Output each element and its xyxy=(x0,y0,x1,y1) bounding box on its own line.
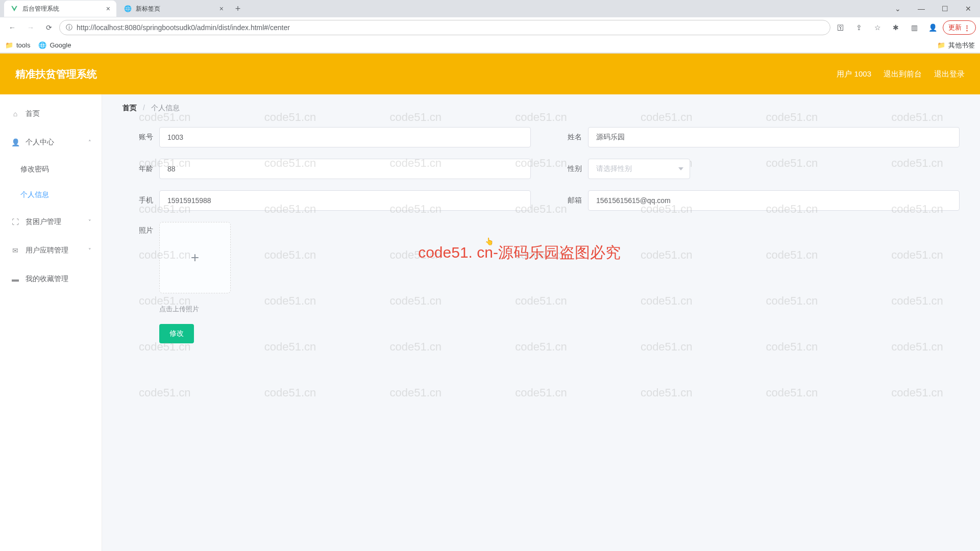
bookmark-google[interactable]: 🌐Google xyxy=(38,41,71,49)
maximize-icon[interactable]: ☐ xyxy=(933,0,957,17)
sidebar-item-profile[interactable]: 个人信息 xyxy=(0,182,102,208)
email-input[interactable] xyxy=(588,190,960,211)
sidebar: ⌂ 首页 👤 个人中心 ˄ 修改密码 个人信息 ⛶ 贫困户管理 ˅ ✉ 用户应聘… xyxy=(0,94,102,551)
key-icon[interactable]: ⚿ xyxy=(832,19,849,36)
vue-icon xyxy=(10,5,18,13)
header-exit-front[interactable]: 退出到前台 xyxy=(884,69,922,79)
close-icon[interactable]: ✕ xyxy=(957,0,980,17)
bookmark-bar: 📁tools 🌐Google 📁其他书签 xyxy=(0,38,980,53)
app-title: 精准扶贫管理系统 xyxy=(15,67,97,81)
tab-bar: 后台管理系统 × 🌐 新标签页 × + ⌄ — ☐ ✕ xyxy=(0,0,980,17)
gender-label: 性别 xyxy=(551,164,582,173)
header-user[interactable]: 用户 1003 xyxy=(837,69,871,79)
account-label: 账号 xyxy=(122,133,153,142)
minimize-icon[interactable]: — xyxy=(910,0,933,17)
bookmark-other[interactable]: 📁其他书签 xyxy=(937,41,975,50)
profile-icon[interactable]: 👤 xyxy=(924,19,941,36)
tab-close-icon[interactable]: × xyxy=(106,5,110,13)
sidebar-item-change-pwd[interactable]: 修改密码 xyxy=(0,157,102,182)
bookmark-icon: ▬ xyxy=(10,275,20,283)
reload-button[interactable]: ⟳ xyxy=(41,19,57,36)
window-controls: ⌄ — ☐ ✕ xyxy=(886,0,980,17)
star-icon[interactable]: ☆ xyxy=(869,19,886,36)
mail-icon: ✉ xyxy=(10,246,20,255)
breadcrumb-current: 个人信息 xyxy=(151,104,180,112)
tab-title: 新标签页 xyxy=(136,5,160,13)
account-input[interactable] xyxy=(159,127,531,147)
age-input[interactable] xyxy=(159,159,531,179)
photo-upload[interactable]: + xyxy=(159,222,231,293)
browser-tab-inactive[interactable]: 🌐 新标签页 × xyxy=(117,1,230,17)
url-input[interactable]: ⓘ http://localhost:8080/springbootsudk0/… xyxy=(59,20,830,35)
globe-icon: 🌐 xyxy=(38,41,46,49)
profile-form: 账号 姓名 年龄 性别 请选择性别 xyxy=(102,122,980,348)
sidebar-item-personal[interactable]: 👤 个人中心 ˄ xyxy=(0,128,102,157)
globe-icon: 🌐 xyxy=(124,5,132,13)
share-icon[interactable]: ⇪ xyxy=(851,19,867,36)
folder-icon: 📁 xyxy=(937,41,945,49)
name-input[interactable] xyxy=(588,127,960,147)
chevron-down-icon: ˅ xyxy=(88,219,91,226)
gender-select[interactable]: 请选择性别 xyxy=(588,159,690,179)
forward-button[interactable]: → xyxy=(22,19,39,36)
main-content: code51.cncode51.cncode51.cncode51.cncode… xyxy=(102,94,980,551)
back-button[interactable]: ← xyxy=(4,19,20,36)
update-button[interactable]: 更新⋮ xyxy=(943,20,976,35)
tab-title: 后台管理系统 xyxy=(22,5,59,13)
browser-tab-active[interactable]: 后台管理系统 × xyxy=(4,1,116,17)
age-label: 年龄 xyxy=(122,164,153,173)
info-icon: ⓘ xyxy=(66,23,72,32)
expand-icon: ⛶ xyxy=(10,218,20,226)
breadcrumb: 首页 / 个人信息 xyxy=(102,94,980,122)
name-label: 姓名 xyxy=(551,133,582,142)
submit-button[interactable]: 修改 xyxy=(159,324,194,343)
email-label: 邮箱 xyxy=(551,196,582,205)
address-bar: ← → ⟳ ⓘ http://localhost:8080/springboot… xyxy=(0,17,980,38)
bookmark-tools[interactable]: 📁tools xyxy=(5,41,30,49)
photo-label: 照片 xyxy=(122,226,153,235)
browser-chrome: 后台管理系统 × 🌐 新标签页 × + ⌄ — ☐ ✕ ← → ⟳ ⓘ http… xyxy=(0,0,980,54)
extensions-icon[interactable]: ✱ xyxy=(888,19,904,36)
app-header: 精准扶贫管理系统 用户 1003 退出到前台 退出登录 xyxy=(0,54,980,94)
plus-icon: + xyxy=(191,249,199,266)
header-logout[interactable]: 退出登录 xyxy=(934,69,965,79)
chevron-up-icon: ˄ xyxy=(88,139,91,146)
phone-input[interactable] xyxy=(159,190,531,211)
folder-icon: 📁 xyxy=(5,41,13,49)
menu-dots-icon: ⋮ xyxy=(964,24,970,32)
panel-icon[interactable]: ▥ xyxy=(906,19,922,36)
dropdown-icon[interactable]: ⌄ xyxy=(886,0,910,17)
sidebar-item-fav-mgmt[interactable]: ▬ 我的收藏管理 xyxy=(0,265,102,293)
breadcrumb-home[interactable]: 首页 xyxy=(122,104,137,112)
tab-close-icon[interactable]: × xyxy=(219,5,224,13)
sidebar-item-home[interactable]: ⌂ 首页 xyxy=(0,99,102,128)
phone-label: 手机 xyxy=(122,196,153,205)
new-tab-button[interactable]: + xyxy=(231,2,245,16)
sidebar-item-poor-mgmt[interactable]: ⛶ 贫困户管理 ˅ xyxy=(0,208,102,236)
user-icon: 👤 xyxy=(10,138,20,146)
url-text: http://localhost:8080/springbootsudk0/ad… xyxy=(77,23,290,32)
sidebar-item-apply-mgmt[interactable]: ✉ 用户应聘管理 ˅ xyxy=(0,236,102,265)
home-icon: ⌂ xyxy=(10,110,20,118)
cursor-icon: 👆 xyxy=(485,237,494,245)
chevron-down-icon: ˅ xyxy=(88,247,91,254)
upload-tip: 点击上传照片 xyxy=(159,305,960,314)
